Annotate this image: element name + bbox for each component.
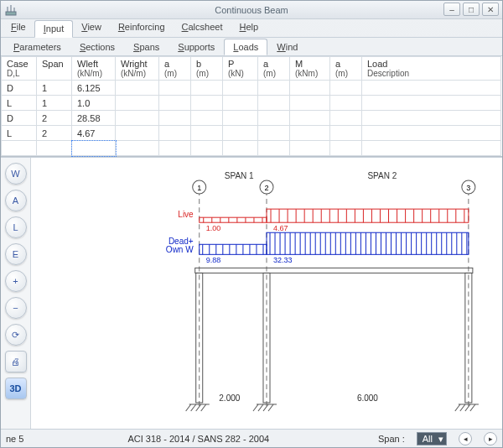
span2-label: SPAN 2 <box>367 171 397 180</box>
tab-loads[interactable]: Loads <box>224 39 267 55</box>
tool-zoom-in[interactable]: + <box>5 270 27 292</box>
dimension-2: 6.000 <box>357 393 378 403</box>
dead-label-2: Own W <box>166 245 194 254</box>
svg-rect-52 <box>267 232 469 254</box>
col-p: P(kN) <box>223 57 258 81</box>
window-title: Continuous Beam <box>215 5 288 15</box>
col-b: b(m) <box>191 57 223 81</box>
tool-print[interactable]: 🖨 <box>5 351 27 372</box>
titlebar: Continuous Beam – □ ✕ <box>1 1 502 19</box>
status-span-label: Span : <box>378 434 405 444</box>
dead-value-1: 9.88 <box>206 256 221 264</box>
col-a2: a(m) <box>258 57 290 81</box>
chevron-down-icon: ▾ <box>438 434 443 445</box>
grid-header-row: CaseD,L Span Wleft(kN/m) Wright(kN/m) a(… <box>2 57 501 81</box>
tool-e[interactable]: E <box>5 243 27 265</box>
tool-w[interactable]: W <box>5 163 27 185</box>
svg-rect-16 <box>267 209 469 222</box>
tab-spans[interactable]: Spans <box>124 39 169 55</box>
svg-line-101 <box>201 404 206 411</box>
svg-line-108 <box>455 404 460 411</box>
col-a3: a(m) <box>330 57 362 81</box>
loads-grid-wrap: CaseD,L Span Wleft(kN/m) Wright(kN/m) a(… <box>1 56 502 157</box>
tool-3d[interactable]: 3D <box>5 378 27 399</box>
next-span-button[interactable]: ▸ <box>484 432 497 445</box>
tab-sections[interactable]: Sections <box>70 39 124 55</box>
table-row[interactable]: D228.58 <box>2 111 501 126</box>
tool-zoom-out[interactable]: − <box>5 297 27 319</box>
node-1: 1 <box>197 184 201 192</box>
live-label: Live <box>178 210 194 219</box>
diagram-canvas[interactable]: SPAN 1 SPAN 2 1 2 3 Live 1.00 <box>31 158 502 429</box>
col-span: Span <box>37 57 72 81</box>
editing-cell[interactable] <box>72 141 116 156</box>
loads-grid[interactable]: CaseD,L Span Wleft(kN/m) Wright(kN/m) a(… <box>1 56 501 156</box>
menu-calcsheet[interactable]: Calcsheet <box>174 19 231 37</box>
live-value-1: 1.00 <box>206 224 221 232</box>
status-codes: ACI 318 - 2014 / SANS 282 - 2004 <box>127 434 269 444</box>
menu-view[interactable]: View <box>73 19 110 37</box>
tool-rotate[interactable]: ⟳ <box>5 324 27 346</box>
app-icon <box>4 3 18 17</box>
col-wleft: Wleft(kN/m) <box>72 57 116 81</box>
svg-line-98 <box>186 404 191 411</box>
live-value-2: 4.67 <box>273 224 288 232</box>
maximize-button[interactable]: □ <box>463 3 480 16</box>
menu-input[interactable]: Input <box>34 20 73 38</box>
svg-line-111 <box>470 404 475 411</box>
tool-a[interactable]: A <box>5 190 27 211</box>
window-controls: – □ ✕ <box>443 3 499 16</box>
tab-parameters[interactable]: Parameters <box>4 39 70 55</box>
svg-rect-93 <box>195 268 473 273</box>
svg-line-104 <box>258 404 263 411</box>
table-row[interactable]: L24.67 <box>2 126 501 141</box>
col-case: CaseD,L <box>2 57 37 81</box>
dead-value-2: 32.33 <box>273 256 293 264</box>
tool-l[interactable]: L <box>5 216 27 238</box>
canvas-area: W A L E + − ⟳ 🖨 3D SPAN 1 SPAN 2 1 2 3 <box>1 157 502 429</box>
col-a1: a(m) <box>159 57 191 81</box>
table-row[interactable] <box>2 141 501 156</box>
table-row[interactable]: L11.0 <box>2 96 501 111</box>
toolstrip: W A L E + − ⟳ 🖨 3D <box>1 158 31 429</box>
tab-wind[interactable]: Wind <box>267 39 307 55</box>
menu-reinforcing[interactable]: Reinforcing <box>110 19 174 37</box>
col-m: M(kNm) <box>290 57 330 81</box>
node-3: 3 <box>466 184 470 192</box>
subtabs: Parameters Sections Spans Supports Loads… <box>1 38 502 56</box>
dimension-1: 2.000 <box>219 393 240 403</box>
svg-rect-0 <box>6 12 16 15</box>
span1-label: SPAN 1 <box>225 171 254 180</box>
span-selector[interactable]: All ▾ <box>417 432 447 445</box>
tab-supports[interactable]: Supports <box>169 39 224 55</box>
prev-span-button[interactable]: ◂ <box>459 432 472 445</box>
svg-line-103 <box>253 404 258 411</box>
svg-line-110 <box>465 404 470 411</box>
node-2: 2 <box>264 184 268 192</box>
svg-rect-7 <box>200 217 267 222</box>
minimize-button[interactable]: – <box>443 3 460 16</box>
svg-line-109 <box>460 404 465 411</box>
menubar: File Input View Reinforcing Calcsheet He… <box>1 19 502 38</box>
col-wright: Wright(kN/m) <box>116 57 159 81</box>
statusbar: ne 5 ACI 318 - 2014 / SANS 282 - 2004 Sp… <box>1 429 502 447</box>
menu-file[interactable]: File <box>3 19 34 37</box>
col-desc: LoadDescription <box>362 57 501 81</box>
status-left: ne 5 <box>6 434 23 444</box>
svg-line-105 <box>263 404 268 411</box>
close-button[interactable]: ✕ <box>482 3 499 16</box>
svg-line-100 <box>196 404 201 411</box>
menu-help[interactable]: Help <box>231 19 267 37</box>
table-row[interactable]: D16.125 <box>2 81 501 96</box>
app-window: Continuous Beam – □ ✕ File Input View Re… <box>0 0 503 448</box>
svg-line-106 <box>268 404 273 411</box>
svg-line-99 <box>191 404 196 411</box>
